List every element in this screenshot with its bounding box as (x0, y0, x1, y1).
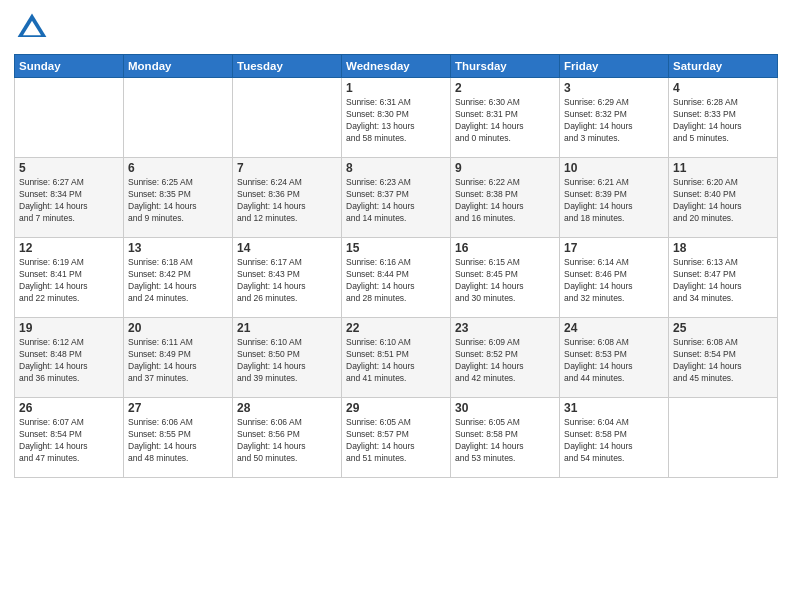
day-info: Sunrise: 6:12 AMSunset: 8:48 PMDaylight:… (19, 337, 119, 385)
weekday-header-monday: Monday (124, 55, 233, 78)
calendar-cell: 3Sunrise: 6:29 AMSunset: 8:32 PMDaylight… (560, 78, 669, 158)
day-number: 12 (19, 241, 119, 255)
calendar-cell: 6Sunrise: 6:25 AMSunset: 8:35 PMDaylight… (124, 158, 233, 238)
day-info: Sunrise: 6:24 AMSunset: 8:36 PMDaylight:… (237, 177, 337, 225)
day-info: Sunrise: 6:29 AMSunset: 8:32 PMDaylight:… (564, 97, 664, 145)
calendar-cell: 30Sunrise: 6:05 AMSunset: 8:58 PMDayligh… (451, 398, 560, 478)
day-number: 14 (237, 241, 337, 255)
day-number: 29 (346, 401, 446, 415)
day-info: Sunrise: 6:30 AMSunset: 8:31 PMDaylight:… (455, 97, 555, 145)
calendar-cell: 22Sunrise: 6:10 AMSunset: 8:51 PMDayligh… (342, 318, 451, 398)
calendar-cell: 12Sunrise: 6:19 AMSunset: 8:41 PMDayligh… (15, 238, 124, 318)
calendar-cell: 8Sunrise: 6:23 AMSunset: 8:37 PMDaylight… (342, 158, 451, 238)
calendar-cell: 18Sunrise: 6:13 AMSunset: 8:47 PMDayligh… (669, 238, 778, 318)
week-row-4: 19Sunrise: 6:12 AMSunset: 8:48 PMDayligh… (15, 318, 778, 398)
day-number: 4 (673, 81, 773, 95)
calendar-cell: 25Sunrise: 6:08 AMSunset: 8:54 PMDayligh… (669, 318, 778, 398)
day-info: Sunrise: 6:06 AMSunset: 8:56 PMDaylight:… (237, 417, 337, 465)
day-number: 2 (455, 81, 555, 95)
calendar-cell: 4Sunrise: 6:28 AMSunset: 8:33 PMDaylight… (669, 78, 778, 158)
calendar-cell: 14Sunrise: 6:17 AMSunset: 8:43 PMDayligh… (233, 238, 342, 318)
logo-icon (14, 10, 50, 46)
day-number: 15 (346, 241, 446, 255)
day-info: Sunrise: 6:21 AMSunset: 8:39 PMDaylight:… (564, 177, 664, 225)
header (14, 10, 778, 46)
day-info: Sunrise: 6:27 AMSunset: 8:34 PMDaylight:… (19, 177, 119, 225)
day-number: 21 (237, 321, 337, 335)
day-info: Sunrise: 6:06 AMSunset: 8:55 PMDaylight:… (128, 417, 228, 465)
day-number: 20 (128, 321, 228, 335)
day-number: 23 (455, 321, 555, 335)
weekday-header-row: SundayMondayTuesdayWednesdayThursdayFrid… (15, 55, 778, 78)
calendar-cell: 15Sunrise: 6:16 AMSunset: 8:44 PMDayligh… (342, 238, 451, 318)
day-number: 17 (564, 241, 664, 255)
day-number: 5 (19, 161, 119, 175)
calendar-cell: 1Sunrise: 6:31 AMSunset: 8:30 PMDaylight… (342, 78, 451, 158)
day-info: Sunrise: 6:04 AMSunset: 8:58 PMDaylight:… (564, 417, 664, 465)
day-info: Sunrise: 6:05 AMSunset: 8:58 PMDaylight:… (455, 417, 555, 465)
day-number: 22 (346, 321, 446, 335)
week-row-5: 26Sunrise: 6:07 AMSunset: 8:54 PMDayligh… (15, 398, 778, 478)
day-number: 9 (455, 161, 555, 175)
day-info: Sunrise: 6:19 AMSunset: 8:41 PMDaylight:… (19, 257, 119, 305)
logo (14, 10, 56, 46)
weekday-header-tuesday: Tuesday (233, 55, 342, 78)
day-info: Sunrise: 6:25 AMSunset: 8:35 PMDaylight:… (128, 177, 228, 225)
day-info: Sunrise: 6:15 AMSunset: 8:45 PMDaylight:… (455, 257, 555, 305)
week-row-1: 1Sunrise: 6:31 AMSunset: 8:30 PMDaylight… (15, 78, 778, 158)
day-number: 27 (128, 401, 228, 415)
day-number: 8 (346, 161, 446, 175)
day-number: 7 (237, 161, 337, 175)
day-info: Sunrise: 6:08 AMSunset: 8:53 PMDaylight:… (564, 337, 664, 385)
calendar-cell: 20Sunrise: 6:11 AMSunset: 8:49 PMDayligh… (124, 318, 233, 398)
weekday-header-thursday: Thursday (451, 55, 560, 78)
calendar-cell: 26Sunrise: 6:07 AMSunset: 8:54 PMDayligh… (15, 398, 124, 478)
calendar-cell: 28Sunrise: 6:06 AMSunset: 8:56 PMDayligh… (233, 398, 342, 478)
day-info: Sunrise: 6:11 AMSunset: 8:49 PMDaylight:… (128, 337, 228, 385)
calendar-cell: 24Sunrise: 6:08 AMSunset: 8:53 PMDayligh… (560, 318, 669, 398)
day-number: 18 (673, 241, 773, 255)
calendar-cell: 11Sunrise: 6:20 AMSunset: 8:40 PMDayligh… (669, 158, 778, 238)
day-info: Sunrise: 6:17 AMSunset: 8:43 PMDaylight:… (237, 257, 337, 305)
weekday-header-friday: Friday (560, 55, 669, 78)
day-number: 24 (564, 321, 664, 335)
calendar-cell: 2Sunrise: 6:30 AMSunset: 8:31 PMDaylight… (451, 78, 560, 158)
calendar-cell: 7Sunrise: 6:24 AMSunset: 8:36 PMDaylight… (233, 158, 342, 238)
calendar-cell: 9Sunrise: 6:22 AMSunset: 8:38 PMDaylight… (451, 158, 560, 238)
calendar-table: SundayMondayTuesdayWednesdayThursdayFrid… (14, 54, 778, 478)
calendar-cell: 21Sunrise: 6:10 AMSunset: 8:50 PMDayligh… (233, 318, 342, 398)
calendar-cell (669, 398, 778, 478)
calendar-cell: 16Sunrise: 6:15 AMSunset: 8:45 PMDayligh… (451, 238, 560, 318)
weekday-header-saturday: Saturday (669, 55, 778, 78)
calendar-cell: 17Sunrise: 6:14 AMSunset: 8:46 PMDayligh… (560, 238, 669, 318)
calendar-cell: 23Sunrise: 6:09 AMSunset: 8:52 PMDayligh… (451, 318, 560, 398)
day-number: 11 (673, 161, 773, 175)
calendar-cell (124, 78, 233, 158)
weekday-header-sunday: Sunday (15, 55, 124, 78)
calendar-cell: 19Sunrise: 6:12 AMSunset: 8:48 PMDayligh… (15, 318, 124, 398)
day-info: Sunrise: 6:23 AMSunset: 8:37 PMDaylight:… (346, 177, 446, 225)
day-info: Sunrise: 6:08 AMSunset: 8:54 PMDaylight:… (673, 337, 773, 385)
day-number: 13 (128, 241, 228, 255)
day-number: 3 (564, 81, 664, 95)
calendar-cell: 13Sunrise: 6:18 AMSunset: 8:42 PMDayligh… (124, 238, 233, 318)
day-number: 26 (19, 401, 119, 415)
week-row-2: 5Sunrise: 6:27 AMSunset: 8:34 PMDaylight… (15, 158, 778, 238)
calendar-cell (233, 78, 342, 158)
week-row-3: 12Sunrise: 6:19 AMSunset: 8:41 PMDayligh… (15, 238, 778, 318)
day-info: Sunrise: 6:22 AMSunset: 8:38 PMDaylight:… (455, 177, 555, 225)
day-number: 6 (128, 161, 228, 175)
day-info: Sunrise: 6:18 AMSunset: 8:42 PMDaylight:… (128, 257, 228, 305)
day-number: 30 (455, 401, 555, 415)
calendar-cell: 27Sunrise: 6:06 AMSunset: 8:55 PMDayligh… (124, 398, 233, 478)
day-info: Sunrise: 6:10 AMSunset: 8:51 PMDaylight:… (346, 337, 446, 385)
day-info: Sunrise: 6:31 AMSunset: 8:30 PMDaylight:… (346, 97, 446, 145)
day-info: Sunrise: 6:28 AMSunset: 8:33 PMDaylight:… (673, 97, 773, 145)
day-number: 31 (564, 401, 664, 415)
calendar-cell: 31Sunrise: 6:04 AMSunset: 8:58 PMDayligh… (560, 398, 669, 478)
day-number: 25 (673, 321, 773, 335)
day-number: 19 (19, 321, 119, 335)
day-number: 1 (346, 81, 446, 95)
day-info: Sunrise: 6:16 AMSunset: 8:44 PMDaylight:… (346, 257, 446, 305)
day-info: Sunrise: 6:07 AMSunset: 8:54 PMDaylight:… (19, 417, 119, 465)
